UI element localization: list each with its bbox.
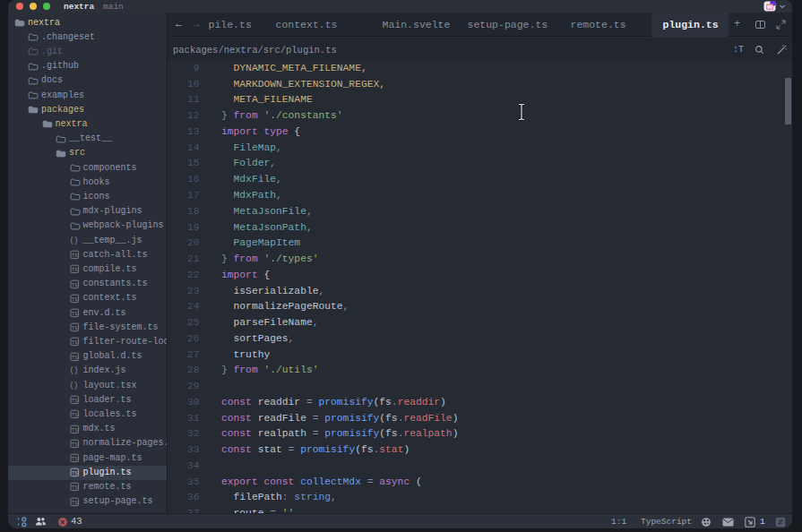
svg-text:TS: TS: [71, 456, 77, 461]
svg-text:TS: TS: [71, 499, 77, 504]
svg-text:TS: TS: [71, 311, 77, 316]
svg-text:TS: TS: [71, 325, 77, 330]
svg-text:TS: TS: [71, 267, 77, 272]
svg-text:TS: TS: [71, 470, 77, 476]
svg-text:TS: TS: [71, 398, 77, 403]
svg-text:TS: TS: [71, 441, 77, 446]
svg-text:TS: TS: [71, 339, 77, 345]
svg-text:TS: TS: [71, 354, 77, 359]
svg-text:TS: TS: [71, 281, 77, 287]
svg-text:TS: TS: [71, 485, 77, 490]
svg-text:TS: TS: [71, 296, 77, 301]
svg-text:TS: TS: [71, 426, 77, 432]
svg-text:TS: TS: [71, 253, 77, 258]
svg-text:TS: TS: [71, 412, 77, 417]
